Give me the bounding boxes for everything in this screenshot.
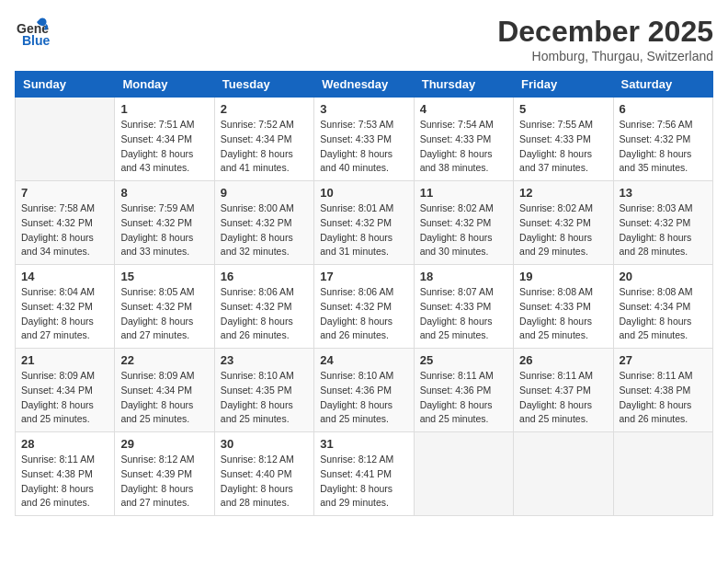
calendar-cell: 30 Sunrise: 8:12 AMSunset: 4:40 PMDaylig… xyxy=(214,432,313,516)
calendar-cell: 13 Sunrise: 8:03 AMSunset: 4:32 PMDaylig… xyxy=(613,181,712,265)
calendar-cell: 28 Sunrise: 8:11 AMSunset: 4:38 PMDaylig… xyxy=(16,432,115,516)
day-number: 9 xyxy=(221,186,308,200)
day-number: 26 xyxy=(519,353,607,367)
day-info: Sunrise: 8:09 AMSunset: 4:34 PMDaylight:… xyxy=(120,369,208,427)
day-number: 7 xyxy=(21,186,108,200)
calendar-cell: 18 Sunrise: 8:07 AMSunset: 4:33 PMDaylig… xyxy=(414,265,513,349)
day-number: 13 xyxy=(620,186,707,200)
calendar-cell: 4 Sunrise: 7:54 AMSunset: 4:33 PMDayligh… xyxy=(414,98,513,181)
day-info: Sunrise: 7:54 AMSunset: 4:33 PMDaylight:… xyxy=(420,118,507,176)
day-info: Sunrise: 7:56 AMSunset: 4:32 PMDaylight:… xyxy=(620,118,707,176)
day-number: 25 xyxy=(420,353,507,367)
day-info: Sunrise: 8:03 AMSunset: 4:32 PMDaylight:… xyxy=(620,201,707,259)
calendar-cell: 23 Sunrise: 8:10 AMSunset: 4:35 PMDaylig… xyxy=(214,349,313,432)
location-subtitle: Homburg, Thurgau, Switzerland xyxy=(497,49,713,63)
calendar-cell: 5 Sunrise: 7:55 AMSunset: 4:33 PMDayligh… xyxy=(514,98,613,181)
calendar-cell: 16 Sunrise: 8:06 AMSunset: 4:32 PMDaylig… xyxy=(214,265,313,349)
svg-text:Blue: Blue xyxy=(22,33,50,48)
day-info: Sunrise: 8:12 AMSunset: 4:39 PMDaylight:… xyxy=(120,453,208,511)
weekday-header-sunday: Sunday xyxy=(16,72,115,98)
page-header: General Blue December 2025 Homburg, Thur… xyxy=(15,15,713,63)
day-number: 5 xyxy=(519,102,607,116)
calendar-cell: 6 Sunrise: 7:56 AMSunset: 4:32 PMDayligh… xyxy=(613,98,712,181)
calendar-week-4: 21 Sunrise: 8:09 AMSunset: 4:34 PMDaylig… xyxy=(16,349,713,432)
day-number: 4 xyxy=(420,102,507,116)
day-number: 18 xyxy=(420,270,507,283)
day-number: 30 xyxy=(221,437,308,451)
day-info: Sunrise: 8:07 AMSunset: 4:33 PMDaylight:… xyxy=(420,285,507,343)
day-number: 16 xyxy=(221,270,308,283)
day-info: Sunrise: 8:01 AMSunset: 4:32 PMDaylight:… xyxy=(320,201,407,259)
calendar-cell: 25 Sunrise: 8:11 AMSunset: 4:36 PMDaylig… xyxy=(414,349,513,432)
calendar-cell xyxy=(414,432,513,516)
day-info: Sunrise: 7:55 AMSunset: 4:33 PMDaylight:… xyxy=(519,118,607,176)
day-info: Sunrise: 8:11 AMSunset: 4:38 PMDaylight:… xyxy=(21,453,108,511)
day-info: Sunrise: 8:12 AMSunset: 4:41 PMDaylight:… xyxy=(320,453,407,511)
weekday-header-friday: Friday xyxy=(514,72,613,98)
calendar-cell: 17 Sunrise: 8:06 AMSunset: 4:32 PMDaylig… xyxy=(314,265,414,349)
day-number: 15 xyxy=(120,270,208,283)
calendar-cell: 27 Sunrise: 8:11 AMSunset: 4:38 PMDaylig… xyxy=(613,349,712,432)
day-info: Sunrise: 8:08 AMSunset: 4:33 PMDaylight:… xyxy=(519,285,607,343)
day-info: Sunrise: 8:04 AMSunset: 4:32 PMDaylight:… xyxy=(21,285,108,343)
day-info: Sunrise: 8:12 AMSunset: 4:40 PMDaylight:… xyxy=(221,453,308,511)
day-number: 10 xyxy=(320,186,407,200)
calendar-cell: 24 Sunrise: 8:10 AMSunset: 4:36 PMDaylig… xyxy=(314,349,414,432)
calendar-cell: 10 Sunrise: 8:01 AMSunset: 4:32 PMDaylig… xyxy=(314,181,414,265)
calendar-cell: 21 Sunrise: 8:09 AMSunset: 4:34 PMDaylig… xyxy=(16,349,115,432)
logo: General Blue xyxy=(15,15,50,50)
calendar-table: SundayMondayTuesdayWednesdayThursdayFrid… xyxy=(15,71,713,516)
calendar-cell: 15 Sunrise: 8:05 AMSunset: 4:32 PMDaylig… xyxy=(115,265,214,349)
day-number: 28 xyxy=(21,437,108,451)
day-number: 23 xyxy=(221,353,308,367)
day-number: 20 xyxy=(620,270,707,283)
day-info: Sunrise: 7:58 AMSunset: 4:32 PMDaylight:… xyxy=(21,201,108,259)
day-info: Sunrise: 8:11 AMSunset: 4:36 PMDaylight:… xyxy=(420,369,507,427)
day-number: 27 xyxy=(620,353,707,367)
day-info: Sunrise: 8:08 AMSunset: 4:34 PMDaylight:… xyxy=(620,285,707,343)
calendar-cell: 14 Sunrise: 8:04 AMSunset: 4:32 PMDaylig… xyxy=(16,265,115,349)
day-info: Sunrise: 8:10 AMSunset: 4:36 PMDaylight:… xyxy=(320,369,407,427)
day-info: Sunrise: 8:00 AMSunset: 4:32 PMDaylight:… xyxy=(221,201,308,259)
day-number: 6 xyxy=(620,102,707,116)
day-number: 11 xyxy=(420,186,507,200)
day-number: 1 xyxy=(120,102,208,116)
calendar-cell: 7 Sunrise: 7:58 AMSunset: 4:32 PMDayligh… xyxy=(16,181,115,265)
day-info: Sunrise: 8:11 AMSunset: 4:37 PMDaylight:… xyxy=(519,369,607,427)
calendar-cell: 9 Sunrise: 8:00 AMSunset: 4:32 PMDayligh… xyxy=(214,181,313,265)
day-info: Sunrise: 8:10 AMSunset: 4:35 PMDaylight:… xyxy=(221,369,308,427)
day-info: Sunrise: 8:11 AMSunset: 4:38 PMDaylight:… xyxy=(620,369,707,427)
calendar-cell: 20 Sunrise: 8:08 AMSunset: 4:34 PMDaylig… xyxy=(613,265,712,349)
calendar-header-row: SundayMondayTuesdayWednesdayThursdayFrid… xyxy=(16,72,713,98)
calendar-cell xyxy=(16,98,115,181)
calendar-cell: 22 Sunrise: 8:09 AMSunset: 4:34 PMDaylig… xyxy=(115,349,214,432)
month-title: December 2025 xyxy=(497,15,713,49)
logo-icon: General Blue xyxy=(15,15,50,50)
day-info: Sunrise: 8:09 AMSunset: 4:34 PMDaylight:… xyxy=(21,369,108,427)
calendar-cell: 8 Sunrise: 7:59 AMSunset: 4:32 PMDayligh… xyxy=(115,181,214,265)
calendar-cell: 2 Sunrise: 7:52 AMSunset: 4:34 PMDayligh… xyxy=(214,98,313,181)
calendar-week-5: 28 Sunrise: 8:11 AMSunset: 4:38 PMDaylig… xyxy=(16,432,713,516)
day-info: Sunrise: 8:02 AMSunset: 4:32 PMDaylight:… xyxy=(420,201,507,259)
day-info: Sunrise: 7:59 AMSunset: 4:32 PMDaylight:… xyxy=(120,201,208,259)
day-number: 24 xyxy=(320,353,407,367)
weekday-header-thursday: Thursday xyxy=(414,72,513,98)
calendar-cell: 11 Sunrise: 8:02 AMSunset: 4:32 PMDaylig… xyxy=(414,181,513,265)
day-number: 19 xyxy=(519,270,607,283)
day-number: 8 xyxy=(120,186,208,200)
day-number: 31 xyxy=(320,437,407,451)
day-info: Sunrise: 8:02 AMSunset: 4:32 PMDaylight:… xyxy=(519,201,607,259)
day-number: 2 xyxy=(221,102,308,116)
day-number: 12 xyxy=(519,186,607,200)
day-info: Sunrise: 7:52 AMSunset: 4:34 PMDaylight:… xyxy=(221,118,308,176)
calendar-cell: 31 Sunrise: 8:12 AMSunset: 4:41 PMDaylig… xyxy=(314,432,414,516)
day-number: 3 xyxy=(320,102,407,116)
calendar-cell: 12 Sunrise: 8:02 AMSunset: 4:32 PMDaylig… xyxy=(514,181,613,265)
calendar-body: 1 Sunrise: 7:51 AMSunset: 4:34 PMDayligh… xyxy=(16,98,713,516)
day-number: 17 xyxy=(320,270,407,283)
calendar-week-3: 14 Sunrise: 8:04 AMSunset: 4:32 PMDaylig… xyxy=(16,265,713,349)
weekday-header-monday: Monday xyxy=(115,72,214,98)
day-number: 14 xyxy=(21,270,108,283)
day-info: Sunrise: 8:05 AMSunset: 4:32 PMDaylight:… xyxy=(120,285,208,343)
calendar-cell: 1 Sunrise: 7:51 AMSunset: 4:34 PMDayligh… xyxy=(115,98,214,181)
